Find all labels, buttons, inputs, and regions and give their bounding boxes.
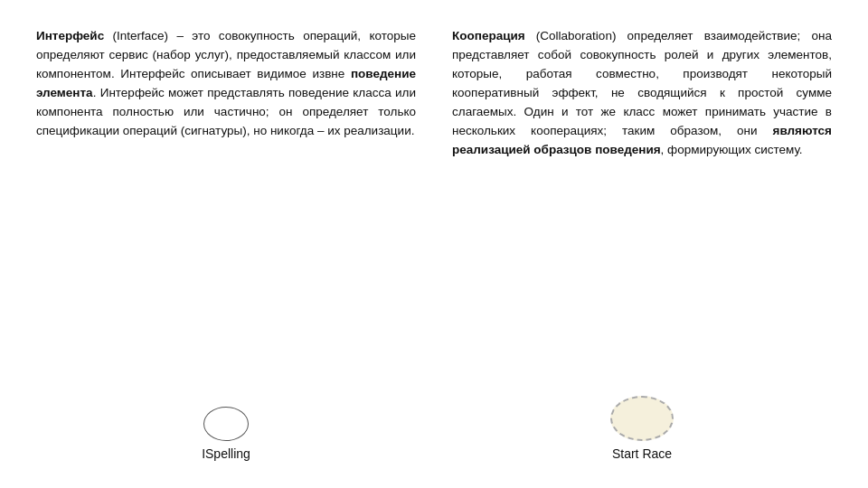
- right-diagram-area: Start Race: [452, 378, 832, 461]
- right-column: Кооперация (Collaboration) определяет вз…: [452, 27, 832, 461]
- ispelling-ellipse: [203, 407, 249, 441]
- right-text-part2: (Collaboration) определяет взаимодействи…: [452, 29, 832, 137]
- left-text-block: Интерфейс (Interface) – это совокупность…: [36, 27, 416, 389]
- left-text-part3: . Интерфейс может представлять поведение…: [36, 86, 416, 137]
- right-text-block: Кооперация (Collaboration) определяет вз…: [452, 27, 832, 378]
- left-column: Интерфейс (Interface) – это совокупность…: [36, 27, 416, 461]
- startrace-label: Start Race: [612, 446, 672, 461]
- ispelling-label: ISpelling: [202, 446, 250, 461]
- right-term: Кооперация: [452, 29, 525, 42]
- left-term: Интерфейс: [36, 29, 104, 42]
- page: Интерфейс (Interface) – это совокупность…: [0, 0, 868, 488]
- right-text-part3: , формирующих систему.: [661, 143, 803, 156]
- left-diagram-area: ISpelling: [36, 389, 416, 461]
- startrace-ellipse: [610, 396, 674, 441]
